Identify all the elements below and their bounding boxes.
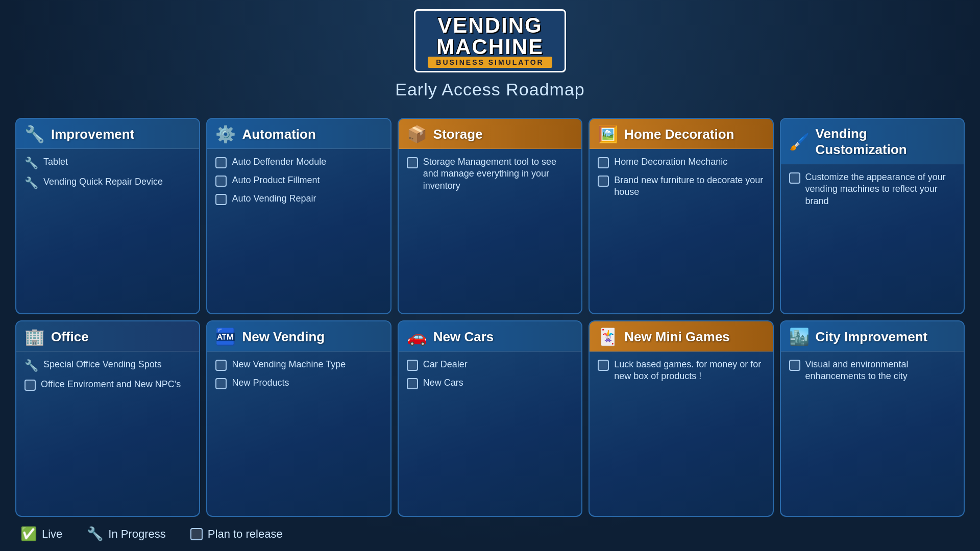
- improvement-icon: 🔧: [24, 126, 45, 142]
- logo-container: VENDING MACHINE BUSINESS SIMULATOR: [414, 9, 566, 72]
- checkbox-icon: [215, 176, 227, 187]
- legend-live: ✅ Live: [20, 526, 62, 542]
- legend-plan-label: Plan to release: [208, 528, 283, 541]
- logo-vending: VENDING: [428, 15, 552, 36]
- checkbox-icon: [407, 360, 418, 371]
- card-home-decoration-body: Home Decoration Mechanic Brand new furni…: [590, 149, 772, 313]
- item-text: Vending Quick Repair Device: [43, 176, 163, 188]
- checkbox-icon: [598, 360, 609, 371]
- list-item: Office Enviroment and New NPC's: [24, 379, 191, 391]
- item-text: Visual and environmental enhancements to…: [805, 359, 955, 383]
- card-mini-games-header: 🃏 New Mini Games: [590, 321, 772, 352]
- home-decoration-title: Home Decoration: [624, 127, 734, 142]
- list-item: New Cars: [407, 377, 573, 389]
- office-title: Office: [51, 329, 89, 345]
- new-cars-title: New Cars: [433, 329, 494, 345]
- list-item: Brand new furniture to decorate your hou…: [598, 174, 764, 198]
- storage-icon: 📦: [407, 126, 427, 142]
- checkbox-icon: [215, 157, 227, 168]
- page-title: Early Access Roadmap: [395, 80, 585, 99]
- list-item: New Products: [215, 377, 382, 389]
- item-text: Tablet: [43, 156, 68, 168]
- wrench-icon: 🔧: [24, 359, 38, 372]
- list-item: Auto Vending Repair: [215, 193, 382, 205]
- checkbox-icon: [215, 194, 227, 205]
- card-city-improvement-body: Visual and environmental enhancements to…: [781, 352, 964, 516]
- list-item: 🔧 Vending Quick Repair Device: [24, 176, 191, 190]
- vending-custom-title: Vending Customization: [816, 126, 955, 158]
- card-new-cars-header: 🚗 New Cars: [399, 321, 581, 352]
- list-item: 🔧 Special Office Vending Spots: [24, 359, 191, 372]
- card-automation-header: ⚙️ Automation: [207, 119, 390, 149]
- checkbox-icon: [789, 360, 800, 371]
- checkbox-icon: [24, 380, 36, 391]
- card-vending-custom-body: Customize the appearance of your vending…: [781, 164, 964, 313]
- office-icon: 🏢: [24, 329, 45, 345]
- card-vending-custom: 🖌️ Vending Customization Customize the a…: [780, 118, 965, 314]
- new-vending-icon: 🏧: [215, 329, 236, 345]
- item-text: New Vending Machine Type: [232, 359, 346, 370]
- item-text: Customize the appearance of your vending…: [805, 171, 955, 207]
- item-text: Auto Deffender Module: [232, 156, 326, 168]
- list-item: Auto Product Fillment: [215, 174, 382, 187]
- list-item: Car Dealer: [407, 359, 573, 371]
- logo-machine: MACHINE: [428, 36, 552, 58]
- checkbox-icon: [598, 157, 609, 168]
- item-text: Office Enviroment and New NPC's: [41, 379, 181, 390]
- wrench-icon: 🔧: [24, 157, 38, 170]
- card-new-cars: 🚗 New Cars Car Dealer New Cars: [398, 320, 582, 517]
- page-wrapper: VENDING MACHINE BUSINESS SIMULATOR Early…: [0, 0, 980, 551]
- card-new-vending: 🏧 New Vending New Vending Machine Type N…: [206, 320, 391, 517]
- city-improvement-icon: 🏙️: [789, 329, 810, 345]
- new-cars-icon: 🚗: [407, 329, 427, 345]
- card-mini-games: 🃏 New Mini Games Luck based games. for m…: [589, 320, 773, 517]
- card-city-improvement: 🏙️ City Improvement Visual and environme…: [780, 320, 965, 517]
- checkbox-icon: [789, 172, 800, 184]
- legend-in-progress-label: In Progress: [108, 528, 166, 541]
- home-decoration-icon: 🖼️: [598, 126, 618, 142]
- item-text: Storage Management tool to see and manag…: [423, 156, 573, 192]
- logo-box: VENDING MACHINE BUSINESS SIMULATOR: [414, 9, 566, 72]
- card-city-improvement-header: 🏙️ City Improvement: [781, 321, 964, 352]
- item-text: Special Office Vending Spots: [43, 359, 162, 370]
- checkmark-icon: ✅: [20, 526, 37, 542]
- header: VENDING MACHINE BUSINESS SIMULATOR Early…: [395, 9, 585, 99]
- card-office-body: 🔧 Special Office Vending Spots Office En…: [16, 352, 199, 516]
- item-text: Car Dealer: [423, 359, 468, 370]
- card-storage-body: Storage Management tool to see and manag…: [399, 149, 581, 313]
- checkbox-icon: [407, 157, 418, 168]
- wrench-progress-icon: 🔧: [87, 526, 103, 542]
- card-new-cars-body: Car Dealer New Cars: [399, 352, 581, 516]
- card-home-decoration: 🖼️ Home Decoration Home Decoration Mecha…: [589, 118, 773, 314]
- card-office: 🏢 Office 🔧 Special Office Vending Spots …: [15, 320, 200, 517]
- legend-in-progress: 🔧 In Progress: [87, 526, 166, 542]
- improvement-title: Improvement: [51, 127, 134, 142]
- empty-checkbox-icon: [190, 528, 203, 540]
- legend-plan: Plan to release: [190, 528, 283, 541]
- item-text: Auto Vending Repair: [232, 193, 316, 205]
- card-storage: 📦 Storage Storage Management tool to see…: [398, 118, 582, 314]
- mini-games-icon: 🃏: [598, 329, 618, 345]
- card-office-header: 🏢 Office: [16, 321, 199, 352]
- card-automation: ⚙️ Automation Auto Deffender Module Auto…: [206, 118, 391, 314]
- city-improvement-title: City Improvement: [816, 329, 928, 345]
- checkbox-icon: [598, 176, 609, 187]
- checkbox-icon: [407, 378, 418, 389]
- legend: ✅ Live 🔧 In Progress Plan to release: [0, 517, 980, 551]
- list-item: Luck based games. for money or for new b…: [598, 359, 764, 383]
- roadmap-grid: 🔧 Improvement 🔧 Tablet 🔧 Vending Quick R…: [15, 118, 965, 517]
- checkbox-icon: [215, 360, 227, 371]
- automation-title: Automation: [242, 127, 315, 142]
- list-item: New Vending Machine Type: [215, 359, 382, 371]
- item-text: Luck based games. for money or for new b…: [614, 359, 764, 383]
- list-item: 🔧 Tablet: [24, 156, 191, 170]
- list-item: Visual and environmental enhancements to…: [789, 359, 955, 383]
- item-text: Home Decoration Mechanic: [614, 156, 727, 168]
- legend-live-label: Live: [42, 528, 62, 541]
- card-improvement-header: 🔧 Improvement: [16, 119, 199, 149]
- vending-custom-icon: 🖌️: [789, 134, 810, 150]
- checkbox-icon: [215, 378, 227, 389]
- mini-games-title: New Mini Games: [624, 329, 730, 345]
- storage-title: Storage: [433, 127, 483, 142]
- card-automation-body: Auto Deffender Module Auto Product Fillm…: [207, 149, 390, 313]
